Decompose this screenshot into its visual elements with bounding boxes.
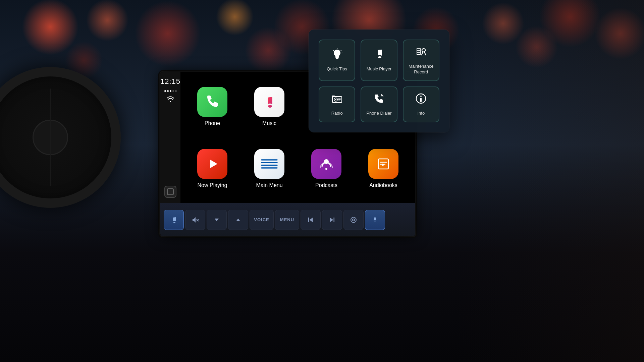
svg-marker-0 — [210, 160, 217, 168]
music-icon-bg — [254, 87, 284, 117]
app-audiobooks[interactable]: Audiobooks — [358, 141, 409, 196]
dot-2 — [167, 90, 169, 92]
app-podcasts[interactable]: Podcasts — [301, 141, 352, 196]
maintenance-record-label: MaintenanceRecord — [409, 64, 433, 75]
audiobooks-icon-bg — [368, 149, 398, 179]
ctrl-source[interactable] — [343, 210, 364, 230]
phone-label: Phone — [205, 120, 220, 126]
control-bar: VOICE MENU — [160, 203, 415, 236]
menu-item-info[interactable]: Info — [403, 86, 439, 122]
radio-icon — [331, 93, 343, 107]
ctrl-voice[interactable]: VOICE — [250, 210, 274, 230]
svg-point-10 — [351, 217, 356, 223]
svg-rect-36 — [420, 98, 422, 102]
app-music[interactable]: Music — [244, 79, 294, 134]
ctrl-menu[interactable]: MENU — [275, 210, 299, 230]
menu-item-quick-tips[interactable]: Quick Tips — [319, 40, 355, 81]
svg-point-24 — [422, 49, 425, 52]
svg-rect-13 — [335, 57, 339, 58]
right-dashboard — [456, 0, 644, 362]
radio-label: Radio — [331, 111, 343, 116]
menu-label: MENU — [280, 217, 294, 222]
podcasts-icon-bg — [311, 149, 341, 179]
music-player-label: Music Player — [367, 66, 391, 72]
menu-item-maintenance-record[interactable]: MaintenanceRecord — [403, 40, 439, 81]
menu-item-phone-dialer[interactable]: Phone Dialer — [361, 86, 397, 122]
svg-point-11 — [353, 219, 355, 221]
app-phone[interactable]: Phone — [187, 79, 237, 134]
home-button-inner — [167, 188, 174, 195]
svg-rect-33 — [332, 96, 335, 97]
phone-icon-bg — [197, 87, 227, 117]
svg-point-35 — [420, 96, 422, 97]
nowplaying-icon-bg — [197, 149, 227, 179]
info-label: Info — [417, 111, 425, 116]
wrench-icon — [415, 46, 427, 60]
ctrl-prev[interactable] — [301, 210, 321, 230]
svg-line-18 — [333, 50, 334, 51]
ctrl-up[interactable] — [228, 210, 248, 230]
music-label: Music — [262, 120, 276, 126]
dot-5 — [175, 90, 177, 92]
phone-ring-icon — [373, 93, 385, 107]
quick-tips-label: Quick Tips — [327, 66, 347, 72]
svg-line-26 — [424, 52, 426, 55]
time-display: 12:15 — [160, 77, 180, 86]
bulb-icon — [331, 48, 343, 63]
mainmenu-label: Main Menu — [256, 182, 282, 188]
dot-1 — [164, 90, 166, 92]
ctrl-down[interactable] — [207, 210, 227, 230]
ctrl-music[interactable] — [164, 210, 184, 230]
svg-point-6 — [325, 168, 327, 170]
dot-3 — [170, 90, 171, 92]
ctrl-mute[interactable] — [185, 210, 205, 230]
menu-item-music-player[interactable]: Music Player — [361, 40, 397, 81]
music-note-icon — [373, 48, 385, 63]
screen-sidebar: 12:15 — [160, 72, 180, 203]
menu-item-radio[interactable]: Radio — [319, 86, 355, 122]
mainmenu-icon-bg — [254, 149, 284, 179]
home-button[interactable] — [164, 186, 176, 198]
wifi-icon — [167, 96, 174, 104]
svg-point-29 — [335, 99, 336, 100]
info-icon — [415, 93, 427, 107]
app-nowplaying[interactable]: Now Playing — [187, 141, 237, 196]
svg-line-25 — [422, 52, 423, 55]
audiobooks-label: Audiobooks — [369, 182, 397, 188]
quick-menu: Quick Tips Music Player MaintenanceRecor… — [309, 29, 449, 132]
ctrl-nav[interactable] — [365, 210, 385, 230]
dot-4 — [172, 90, 174, 92]
voice-label: VOICE — [254, 217, 269, 222]
svg-rect-14 — [336, 58, 338, 59]
app-mainmenu[interactable]: Main Menu — [244, 141, 294, 196]
podcasts-label: Podcasts — [315, 182, 337, 188]
phone-dialer-label: Phone Dialer — [366, 111, 391, 116]
signal-dots — [164, 90, 177, 92]
nowplaying-label: Now Playing — [198, 182, 227, 188]
svg-line-19 — [341, 50, 341, 51]
ctrl-next[interactable] — [322, 210, 342, 230]
